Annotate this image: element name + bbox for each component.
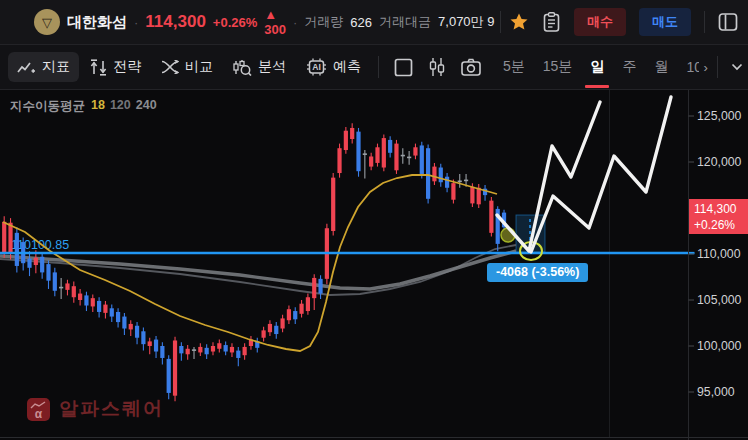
timeframe-overflow-chevron-icon[interactable]: › — [701, 60, 709, 75]
clipboard-icon — [542, 12, 561, 33]
divider — [704, 11, 705, 33]
candle-body — [337, 148, 341, 173]
timeframe-일-button[interactable]: 일 — [581, 46, 613, 88]
candle-body — [2, 222, 6, 252]
candle-body — [84, 295, 88, 305]
separator-dot: · — [293, 15, 297, 30]
snapshot-button[interactable] — [454, 58, 488, 76]
candle-body — [59, 287, 63, 289]
timeframe-group: 5분15분일주월10 — [494, 46, 699, 88]
axis-price-label: 105,000 — [697, 293, 742, 307]
axis-price-label: 120,000 — [697, 155, 742, 169]
candle-body — [458, 181, 462, 183]
axis-price-label: 110,000 — [697, 247, 741, 261]
tool-indicator-button[interactable]: 지표 — [8, 52, 79, 82]
candle-body — [262, 330, 266, 337]
candle-body — [331, 178, 335, 231]
legend-periods: 18120240 — [91, 98, 162, 115]
tool-label: 예측 — [333, 58, 361, 76]
timeframe-dropdown-button[interactable] — [725, 63, 748, 71]
candle-body — [420, 145, 424, 174]
candle-body — [91, 298, 95, 306]
candle-body — [167, 359, 171, 393]
drawn-zigzag-arrow — [497, 102, 600, 251]
candle-body — [274, 326, 278, 334]
tool-predict-button[interactable]: AI예측 — [297, 52, 370, 82]
buy-button[interactable]: 매수 — [574, 8, 626, 36]
candle-body — [179, 346, 183, 353]
candle-body — [103, 305, 107, 313]
candle-body — [293, 311, 297, 319]
candle-body — [243, 347, 247, 355]
chart-style-button[interactable] — [422, 57, 452, 77]
candle-body — [141, 331, 145, 344]
tool-label: 지표 — [42, 58, 70, 76]
candle-body — [470, 187, 474, 204]
candle-body — [356, 132, 360, 172]
candle-body — [224, 345, 228, 351]
tool-label: 비교 — [185, 58, 213, 76]
divider — [717, 56, 718, 78]
side-panel-toggle-button[interactable] — [718, 12, 738, 32]
svg-text:AI: AI — [312, 62, 321, 72]
sell-button[interactable]: 매도 — [639, 8, 691, 36]
indicator-legend[interactable]: 지수이동평균 18120240 — [10, 98, 162, 115]
tool-analysis-button[interactable]: 분석 — [224, 52, 295, 82]
timeframe-월-button[interactable]: 월 — [645, 46, 677, 88]
candle-body — [34, 258, 38, 265]
change-value: ▲ 300 — [264, 7, 286, 37]
panel-layout-icon — [718, 12, 738, 32]
candle-body — [306, 297, 310, 311]
legend-label: 지수이동평균 — [10, 98, 85, 115]
candle-body — [154, 340, 158, 352]
drawing-rect-tool-button[interactable] — [387, 58, 420, 77]
candle-body — [477, 188, 481, 205]
candle-body — [205, 348, 209, 354]
legend-period: 240 — [136, 98, 157, 112]
candle-body — [186, 349, 190, 355]
candle-body — [116, 312, 120, 322]
candle-body — [65, 283, 69, 289]
trading-app-window: 110100.85 125,000120,000110,000105,00010… — [0, 0, 748, 440]
stock-name[interactable]: 대한화섬 — [67, 13, 127, 32]
candle-body — [350, 128, 354, 139]
candle-body — [388, 140, 392, 153]
candle-body — [72, 286, 76, 297]
turnover-label: 거래대금 — [379, 13, 431, 31]
candle-body — [97, 301, 101, 312]
volume-label: 거래량 — [304, 13, 343, 31]
timeframe-10-button[interactable]: 10 — [677, 47, 699, 87]
current-price: 114,300 — [145, 12, 206, 32]
candle-body — [110, 308, 114, 316]
candle-body — [363, 153, 367, 155]
timeframe-주-button[interactable]: 주 — [613, 46, 645, 88]
order-note-button[interactable] — [542, 12, 561, 33]
candle-body — [148, 341, 152, 346]
favorite-star-button[interactable] — [509, 12, 529, 32]
axis-price-label: 125,000 — [697, 109, 742, 123]
volume-value: 626 — [350, 15, 372, 30]
candle-body — [173, 340, 177, 395]
candle-body — [135, 326, 139, 338]
up-arrow-icon: ▲ — [264, 7, 277, 22]
candle-body — [230, 347, 234, 353]
tool-strategy-button[interactable]: 전략 — [81, 52, 150, 82]
drawn-zigzag-arrow — [531, 97, 671, 252]
axis-price-label: 95,000 — [697, 385, 735, 399]
candle-body — [46, 264, 50, 281]
chart-toolbar: 지표전략비교분석AI예측 5분15분일주월10 › — [0, 45, 748, 90]
tool-compare-button[interactable]: 비교 — [152, 52, 222, 82]
last-price-badge: 114,300 +0.26% — [689, 199, 748, 234]
chevron-down-icon — [731, 63, 743, 71]
candle-body — [8, 223, 12, 253]
timeframe-15분-button[interactable]: 15분 — [534, 46, 582, 88]
stock-header-bar: ▽ 대한화섬 · 114,300 +0.26% ▲ 300 · 거래량 626 … — [0, 0, 748, 45]
candle-body — [445, 177, 449, 188]
timeframe-5분-button[interactable]: 5분 — [494, 46, 534, 88]
candle-body — [394, 144, 398, 171]
candle-body — [53, 272, 57, 290]
candle-body — [375, 147, 379, 163]
candle-body — [401, 155, 405, 157]
ema120-line — [0, 251, 516, 289]
candle-body — [318, 279, 322, 294]
